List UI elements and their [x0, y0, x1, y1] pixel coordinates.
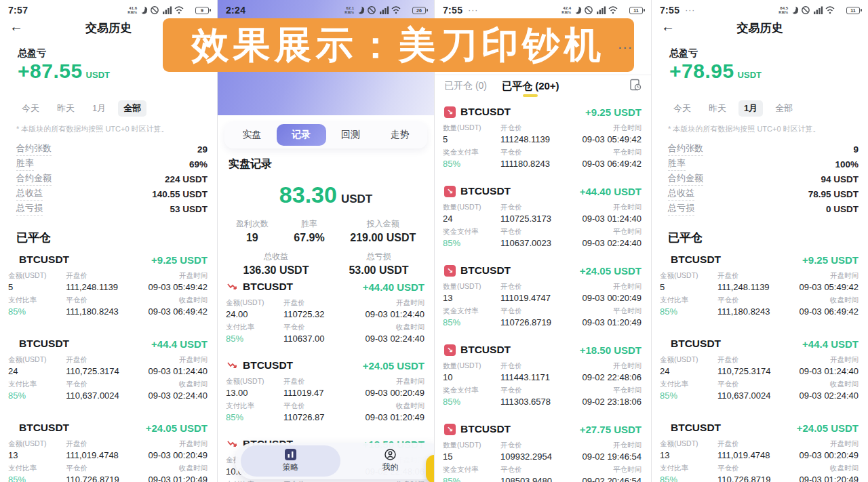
trade-card[interactable]: BTCUSDT+24.05 USDT 金额(USDT)13支付比率85% 开盘价… [652, 418, 868, 482]
stat-item: 胜率67.9% [294, 218, 324, 244]
trade-card[interactable]: BTCUSDT+9.25 USDT 金额(USDT)5支付比率85% 开盘价11… [652, 249, 868, 319]
symbol: BTCUSDT [19, 254, 69, 266]
composite-screenshot: 7:57 41.6KB/s 9 ← 交易历史 总盈亏 +87.55USDT 今天… [0, 0, 868, 482]
symbol: BTCUSDT [671, 422, 721, 434]
trade-card[interactable]: BTCUSDT+24.05 USDT 金额(USDT)13.00支付比率85% … [218, 355, 434, 420]
signal-icon [163, 7, 172, 15]
stat-row: 合约金额224 USDT [16, 172, 208, 186]
network-speed: 84.5KB/s [778, 6, 788, 14]
network-speed: 62.1KB/s [344, 6, 354, 14]
status-bar: 7:55 ··· 42.4KB/s 11 [435, 3, 651, 17]
profit-amount: +24.05 USDT [580, 265, 642, 277]
status-bar: 2:24 62.1KB/s 26 [218, 3, 434, 17]
symbol: BTCUSDT [243, 281, 293, 293]
trade-card[interactable]: BTCUSDT+44.4 USDT 金额(USDT)24支付比率85% 开盘价1… [652, 334, 868, 403]
profile-icon [384, 449, 396, 460]
stat-row: 总亏损0 USDT [668, 201, 859, 216]
record-stats: 盈利次数19胜率67.9%投入金额219.00 USDT 总收益136.30 U… [223, 218, 429, 283]
profit-amount: +18.50 USDT [580, 344, 642, 356]
trade-card[interactable]: ↘BTCUSDT+18.50 USDT 数量(USDT)10奖金支付率85% 开… [435, 340, 651, 404]
summary-stats: 合约张数29胜率69%合约金额224 USDT总收益140.55 USDT总亏损… [16, 142, 208, 216]
date-filter-tabs: 今天 昨天 1月 全部 [668, 100, 798, 117]
nav-mine[interactable]: 我的 [340, 445, 434, 477]
network-speed: 42.4KB/s [561, 6, 571, 14]
wifi-icon [826, 7, 834, 14]
stat-row: 总收益140.55 USDT [16, 186, 208, 201]
battery-icon: 9 [195, 7, 209, 14]
total-pnl-label: 总盈亏 [669, 47, 698, 60]
profit-amount: +44.4 USDT [802, 338, 859, 350]
filter-all[interactable]: 全部 [770, 100, 798, 117]
symbol: BTCUSDT [460, 185, 511, 197]
moon-icon [142, 7, 147, 14]
swap-fab[interactable]: ⇄ [426, 455, 434, 482]
trade-card[interactable]: ↘BTCUSDT+9.25 USDT 数量(USDT)5奖金支付率85% 开仓价… [435, 102, 651, 166]
symbol: BTCUSDT [460, 423, 511, 435]
tab-live[interactable]: 实盘 [227, 124, 277, 146]
tab-closed-positions[interactable]: 已平仓 (20+) [502, 80, 559, 97]
filter-1month[interactable]: 1月 [87, 100, 111, 117]
profit-amount: +24.05 USDT [797, 422, 859, 434]
trade-card[interactable]: ↘BTCUSDT+24.05 USDT 数量(USDT)13奖金支付率85% 开… [435, 260, 651, 325]
trade-card[interactable]: ↘BTCUSDT+44.40 USDT 数量(USDT)24奖金支付率85% 开… [435, 181, 651, 245]
short-position-icon: ↘ [444, 424, 456, 435]
trend-down-icon [227, 440, 238, 448]
profit-amount: +44.4 USDT [151, 338, 208, 350]
stat-item: 总收益136.30 USDT [243, 251, 309, 277]
trade-card[interactable]: BTCUSDT+24.05 USDT 金额(USDT)13支付比率85% 开盘价… [0, 418, 217, 482]
signal-icon [380, 7, 389, 15]
symbol: BTCUSDT [243, 359, 293, 371]
signal-icon [814, 7, 823, 15]
trade-card[interactable]: BTCUSDT+44.40 USDT 金额(USDT)24.00支付比率85% … [218, 277, 434, 342]
trade-card[interactable]: BTCUSDT+9.25 USDT 金额(USDT)5支付比率85% 开盘价11… [0, 249, 217, 319]
tab-backtest[interactable]: 回测 [326, 124, 376, 146]
short-position-icon: ↘ [444, 186, 456, 197]
signal-icon [597, 7, 606, 15]
wifi-icon [175, 7, 183, 14]
nav-strategy[interactable]: 策略 [241, 445, 340, 477]
trade-card[interactable]: BTCUSDT+44.4 USDT 金额(USDT)24支付比率85% 开盘价1… [0, 334, 217, 403]
filter-yesterday[interactable]: 昨天 [52, 100, 80, 117]
summary-stats: 合约张数9胜率100%合约金额94 USDT总收益78.95 USDT总亏损0 … [668, 142, 859, 216]
clock-text: 7:57 [8, 5, 28, 16]
battery-icon: 26 [412, 7, 426, 14]
tab-record[interactable]: 记录 [277, 124, 326, 146]
short-position-icon: ↘ [444, 265, 456, 277]
profit-amount: +9.25 USDT [585, 106, 642, 118]
moon-icon [793, 7, 798, 14]
strategy-icon [285, 449, 296, 460]
profit-amount: +27.75 USDT [580, 424, 642, 435]
trade-card[interactable]: ↘BTCUSDT+27.75 USDT 数量(USDT)15奖金支付率85% 开… [435, 419, 651, 482]
filter-yesterday[interactable]: 昨天 [703, 100, 732, 117]
filter-today[interactable]: 今天 [16, 100, 45, 117]
clock-text: 7:55 [660, 5, 679, 16]
filter-all[interactable]: 全部 [118, 100, 146, 117]
position-tabs: 已开仓 (0) 已平仓 (20+) [444, 80, 559, 97]
more-options-button[interactable]: ··· [618, 42, 633, 54]
bottom-nav: 策略 我的 ⇄ [235, 443, 434, 479]
tab-open-positions[interactable]: 已开仓 (0) [444, 80, 487, 96]
status-icons [357, 5, 410, 15]
stat-row: 总亏损53 USDT [16, 201, 208, 216]
tab-trend[interactable]: 走势 [375, 124, 425, 146]
mute-icon [151, 7, 158, 14]
timezone-note: * 本版块的所有数据均按照 UTC+0 时区计算。 [668, 124, 861, 134]
battery-icon: 11 [629, 7, 643, 14]
statusbar-dots: ··· [685, 5, 695, 15]
timezone-note: * 本版块的所有数据均按照 UTC+0 时区计算。 [16, 124, 210, 134]
filter-1month[interactable]: 1月 [738, 100, 763, 117]
closed-positions-heading: 已平仓 [16, 230, 51, 245]
total-pnl-value: +78.95USDT [669, 60, 762, 83]
closed-positions-heading: 已平仓 [668, 230, 703, 245]
filter-today[interactable]: 今天 [668, 100, 696, 117]
phone-screen-strategy-record: 2:24 62.1KB/s 26 实盘 记录 回测 走势 实盘记录 83.30U… [217, 0, 434, 482]
short-position-icon: ↘ [444, 106, 456, 118]
stat-row: 胜率100% [668, 157, 859, 172]
promo-banner-text: 效果展示：美刀印钞机 [192, 20, 606, 71]
profit-amount: +44.40 USDT [580, 186, 642, 197]
segmented-tabs: 实盘 记录 回测 走势 [224, 121, 427, 148]
moon-icon [576, 7, 581, 14]
mute-icon [802, 7, 809, 14]
order-history-icon[interactable] [629, 79, 642, 94]
date-filter-tabs: 今天 昨天 1月 全部 [16, 100, 146, 117]
